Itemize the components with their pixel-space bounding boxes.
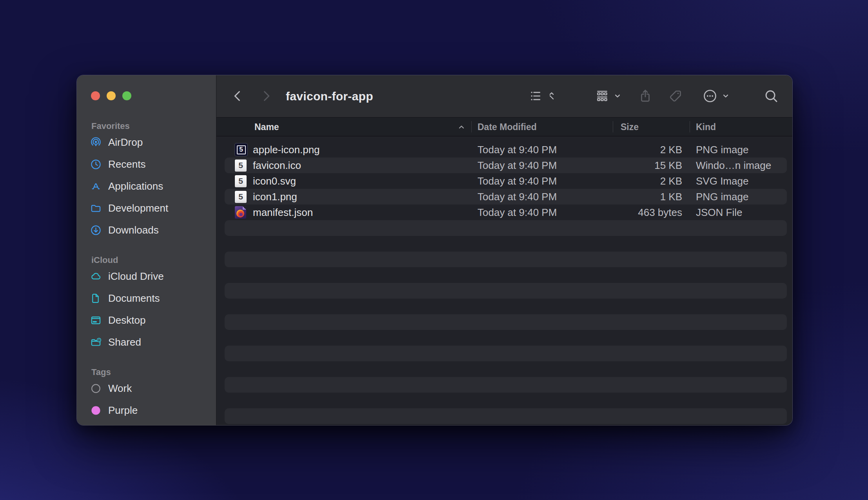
group-by-button[interactable] (590, 87, 627, 105)
folder-icon (90, 202, 102, 214)
file-kind: SVG Image (696, 175, 787, 187)
applications-icon (90, 180, 102, 192)
search-button[interactable] (762, 87, 781, 105)
sidebar-item-desktop[interactable]: Desktop (77, 309, 216, 331)
empty-row (225, 252, 787, 267)
sidebar-item-development[interactable]: Development (77, 197, 216, 219)
sidebar-item-label: Documents (108, 292, 160, 304)
window-title: favicon-for-app (286, 75, 373, 117)
traffic-light-close[interactable] (91, 91, 100, 100)
file-icon-five-badge-light: 5 (235, 191, 247, 203)
view-mode-chevrons-icon (546, 89, 557, 103)
sidebar-item-label: Development (108, 202, 168, 214)
sidebar-item-label: Recents (108, 158, 145, 170)
sidebar-item-purple[interactable]: Purple (77, 399, 216, 421)
sidebar-item-label: Desktop (108, 314, 145, 326)
sidebar-item-label: Applications (108, 180, 163, 192)
file-size: 2 KB (613, 144, 682, 156)
file-name: icon0.svg (253, 175, 478, 187)
column-header-size[interactable]: Size (621, 118, 639, 136)
desktop-icon (90, 314, 102, 326)
file-icon-firefox-json (235, 206, 246, 219)
sidebar-item-label: AirDrop (108, 136, 143, 149)
back-button[interactable] (228, 87, 247, 105)
column-divider[interactable] (690, 121, 690, 132)
sidebar-section-label: Tags (77, 367, 216, 377)
tag-button[interactable] (666, 87, 685, 105)
file-kind: JSON File (696, 207, 787, 219)
file-row-icon0.svg[interactable]: 5 icon0.svg Today at 9:40 PM 2 KB SVG Im… (225, 173, 787, 189)
sidebar-section-label: iCloud (77, 255, 216, 265)
view-mode-button[interactable] (524, 87, 561, 105)
file-name: manifest.json (253, 207, 478, 219)
empty-row (225, 346, 787, 361)
downloads-icon (90, 224, 102, 236)
column-header-date-modified[interactable]: Date Modified (478, 118, 537, 136)
file-icon-five-badge-light: 5 (235, 159, 247, 172)
sidebar-nav: Favorites AirDrop Recents Applications D… (77, 75, 216, 421)
sidebar-section-label: Favorites (77, 121, 216, 131)
sidebar-item-icloud-drive[interactable]: iCloud Drive (77, 265, 216, 287)
column-header-kind[interactable]: Kind (696, 118, 716, 136)
column-divider[interactable] (613, 121, 613, 132)
file-size: 1 KB (613, 191, 682, 203)
traffic-light-zoom[interactable] (122, 91, 131, 100)
sidebar-item-work[interactable]: Work (77, 377, 216, 399)
sidebar: Favorites AirDrop Recents Applications D… (77, 75, 216, 425)
share-button[interactable] (636, 87, 655, 105)
file-row-manifest.json[interactable]: manifest.json Today at 9:40 PM 463 bytes… (225, 205, 787, 220)
group-by-icon (595, 89, 610, 103)
empty-row (225, 361, 787, 377)
more-button[interactable] (698, 87, 734, 105)
list-view-icon (528, 89, 543, 103)
file-kind: PNG image (696, 191, 787, 203)
empty-row (225, 267, 787, 283)
airdrop-icon (90, 136, 102, 149)
forward-button[interactable] (257, 87, 276, 105)
sidebar-item-applications[interactable]: Applications (77, 175, 216, 197)
file-kind: Windo…n image (696, 159, 787, 172)
tag-circle-filled-icon (90, 404, 102, 417)
file-size: 463 bytes (613, 207, 682, 219)
share-icon (638, 89, 653, 103)
traffic-light-minimize[interactable] (107, 91, 116, 100)
sidebar-item-label: Shared (108, 336, 141, 348)
finder-window: Favorites AirDrop Recents Applications D… (77, 75, 792, 425)
sidebar-item-label: Purple (108, 404, 138, 417)
file-size: 2 KB (613, 175, 682, 187)
toolbar: favicon-for-app (216, 75, 792, 117)
sidebar-section: Tags Work Purple (77, 367, 216, 421)
file-row-favicon.ico[interactable]: 5 favicon.ico Today at 9:40 PM 15 KB Win… (225, 158, 787, 173)
ellipsis-circle-icon (702, 88, 718, 104)
file-date-modified: Today at 9:40 PM (478, 159, 613, 172)
sort-ascending-icon (457, 123, 466, 131)
chevron-down-icon (721, 91, 731, 101)
empty-row (225, 377, 787, 393)
file-name: favicon.ico (253, 159, 478, 172)
sidebar-item-downloads[interactable]: Downloads (77, 219, 216, 241)
file-row-icon1.png[interactable]: 5 icon1.png Today at 9:40 PM 1 KB PNG im… (225, 189, 787, 205)
empty-row (225, 330, 787, 346)
sidebar-item-label: iCloud Drive (108, 270, 164, 283)
desktop-background: Favorites AirDrop Recents Applications D… (0, 0, 868, 500)
sidebar-section: Favorites AirDrop Recents Applications D… (77, 121, 216, 241)
empty-row (225, 220, 787, 236)
file-name: icon1.png (253, 191, 478, 203)
sidebar-item-airdrop[interactable]: AirDrop (77, 131, 216, 153)
file-row-apple-icon.png[interactable]: 5 apple-icon.png Today at 9:40 PM 2 KB P… (225, 142, 787, 158)
icloud-drive-icon (90, 270, 102, 283)
column-header-name[interactable]: Name (254, 118, 279, 136)
empty-row (225, 236, 787, 252)
file-name: apple-icon.png (253, 144, 478, 156)
empty-row (225, 299, 787, 314)
recents-clock-icon (90, 158, 102, 170)
empty-row (225, 314, 787, 330)
file-size: 15 KB (613, 159, 682, 172)
file-date-modified: Today at 9:40 PM (478, 207, 613, 219)
sidebar-item-recents[interactable]: Recents (77, 153, 216, 175)
documents-icon (90, 292, 102, 304)
sidebar-item-shared[interactable]: Shared (77, 331, 216, 353)
empty-row (225, 408, 787, 424)
column-divider[interactable] (471, 121, 472, 132)
sidebar-item-documents[interactable]: Documents (77, 287, 216, 309)
